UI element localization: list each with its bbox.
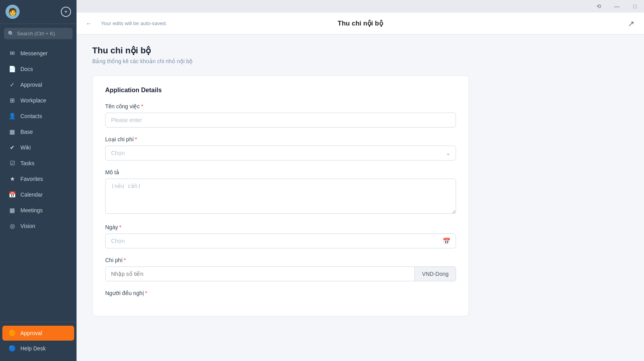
helpdesk-icon: 🔵: [9, 345, 16, 352]
approval-icon: ✓: [9, 81, 16, 88]
sidebar-item-workplace[interactable]: ⊞ Workplace: [2, 93, 74, 108]
sidebar-item-label: Approval: [20, 82, 42, 88]
search-label: Search (Ctrl + K): [17, 31, 55, 36]
minimize-button[interactable]: —: [608, 0, 626, 13]
sidebar-item-label: Approval: [20, 330, 42, 336]
sidebar-bottom: 🟠 Approval 🔵 Help Desk: [0, 322, 77, 361]
page-subtitle: Bảng thống kê các khoản chi nhỏ nội bộ: [92, 58, 628, 64]
search-box[interactable]: 🔍 Search (Ctrl + K): [4, 28, 73, 39]
sidebar-item-label: Meetings: [20, 207, 43, 213]
sidebar-item-tasks[interactable]: ☑ Tasks: [2, 156, 74, 171]
add-workspace-button[interactable]: +: [61, 7, 71, 17]
docs-icon: 📄: [9, 66, 16, 73]
form-card: Application Details Tên công việc * Loại…: [92, 75, 469, 316]
sidebar-item-messenger[interactable]: ✉ Messenger: [2, 46, 74, 61]
ngay-label: Ngày *: [105, 224, 456, 230]
required-star: *: [135, 136, 137, 142]
chi-phi-input[interactable]: [105, 266, 415, 281]
chi-phi-row: VND-Dong: [105, 266, 456, 281]
nguoi-deu-nghi-label: Người đều nghị *: [105, 290, 456, 296]
window-titlebar: ⟲ — □: [77, 0, 644, 13]
sidebar-item-approval-active[interactable]: 🟠 Approval: [2, 326, 74, 341]
wiki-icon: ✔: [9, 144, 16, 151]
loai-chi-phi-select[interactable]: Chọn: [105, 146, 456, 160]
page-content: Thu chi nội bộ Bảng thống kê các khoản c…: [77, 35, 644, 361]
sidebar-item-label: Messenger: [20, 50, 47, 57]
required-star: *: [145, 290, 147, 296]
sidebar-item-label: Favorites: [20, 176, 43, 182]
sidebar-header: 🧑 +: [0, 0, 77, 24]
form-group-ngay: Ngày * 📅: [105, 224, 456, 248]
topbar: ← Your edits will be auto-saved. Thu chi…: [77, 13, 644, 35]
ngay-input[interactable]: [105, 233, 456, 248]
mo-ta-label: Mô tả: [105, 169, 456, 175]
favorites-icon: ★: [9, 175, 16, 182]
sidebar-item-label: Contacts: [20, 113, 42, 119]
back-arrow-icon: ←: [86, 20, 91, 27]
page-title: Thu chi nội bộ: [92, 46, 628, 56]
maximize-button[interactable]: □: [626, 0, 644, 13]
topbar-title: Thu chi nội bộ: [338, 19, 383, 27]
sidebar-item-label: Calendar: [20, 191, 43, 198]
form-group-nguoi-deu-nghi: Người đều nghị *: [105, 290, 456, 296]
form-group-chi-phi: Chi phí * VND-Dong: [105, 257, 456, 281]
autosave-notice: Your edits will be auto-saved.: [101, 20, 167, 26]
form-group-mo-ta: Mô tả: [105, 169, 456, 215]
sidebar-item-wiki[interactable]: ✔ Wiki: [2, 140, 74, 155]
share-icon: ↗: [628, 19, 635, 28]
sidebar-item-approval[interactable]: ✓ Approval: [2, 77, 74, 92]
sidebar-item-label: Help Desk: [20, 345, 46, 352]
mo-ta-textarea[interactable]: [105, 179, 456, 214]
form-group-ten-cong-viec: Tên công việc *: [105, 103, 456, 128]
sidebar-item-label: Tasks: [20, 160, 35, 166]
chi-phi-label: Chi phí *: [105, 257, 456, 263]
loai-chi-phi-label: Loại chi phí *: [105, 136, 456, 142]
avatar: 🧑: [5, 5, 20, 19]
ten-cong-viec-label: Tên công việc *: [105, 103, 456, 109]
sidebar-item-label: Base: [20, 129, 33, 135]
search-icon: 🔍: [8, 31, 14, 36]
sidebar-item-label: Docs: [20, 66, 33, 72]
share-button[interactable]: ↗: [628, 19, 635, 28]
sidebar-item-label: Vision: [20, 223, 35, 229]
sidebar-item-label: Wiki: [20, 144, 31, 151]
sidebar-item-calendar[interactable]: 📅 Calendar: [2, 187, 74, 202]
sidebar-item-favorites[interactable]: ★ Favorites: [2, 171, 74, 186]
required-star: *: [124, 257, 126, 263]
sidebar-item-helpdesk[interactable]: 🔵 Help Desk: [2, 341, 74, 356]
meetings-icon: ▦: [9, 207, 16, 214]
sidebar-item-vision[interactable]: ◎ Vision: [2, 219, 74, 233]
sidebar-item-docs[interactable]: 📄 Docs: [2, 62, 74, 77]
required-star: *: [141, 103, 143, 109]
loai-chi-phi-select-wrapper: Chọn ⌄: [105, 146, 456, 160]
calendar-icon: 📅: [9, 191, 16, 198]
vision-icon: ◎: [9, 222, 16, 230]
approval-active-icon: 🟠: [9, 330, 16, 337]
base-icon: ▦: [9, 128, 16, 135]
chi-phi-unit: VND-Dong: [415, 266, 456, 281]
messenger-icon: ✉: [9, 50, 16, 57]
tasks-icon: ☑: [9, 160, 16, 167]
main-content: ⟲ — □ ← Your edits will be auto-saved. T…: [77, 0, 644, 361]
form-section-title: Application Details: [105, 87, 456, 94]
form-group-loai-chi-phi: Loại chi phí * Chọn ⌄: [105, 136, 456, 160]
back-button[interactable]: ← Your edits will be auto-saved.: [86, 20, 167, 27]
sidebar-item-meetings[interactable]: ▦ Meetings: [2, 203, 74, 218]
contacts-icon: 👤: [9, 113, 16, 120]
sidebar-item-label: Workplace: [20, 97, 46, 104]
required-star: *: [119, 224, 121, 230]
sidebar-item-base[interactable]: ▦ Base: [2, 124, 74, 139]
workplace-icon: ⊞: [9, 97, 16, 104]
nav-items: ✉ Messenger 📄 Docs ✓ Approval ⊞ Workplac…: [0, 43, 77, 322]
sidebar: 🧑 + 🔍 Search (Ctrl + K) ✉ Messenger 📄 Do…: [0, 0, 77, 361]
history-button[interactable]: ⟲: [590, 0, 608, 13]
ten-cong-viec-input[interactable]: [105, 113, 456, 128]
sidebar-item-contacts[interactable]: 👤 Contacts: [2, 109, 74, 124]
topbar-actions: ↗: [628, 19, 635, 28]
ngay-input-wrapper: 📅: [105, 233, 456, 248]
